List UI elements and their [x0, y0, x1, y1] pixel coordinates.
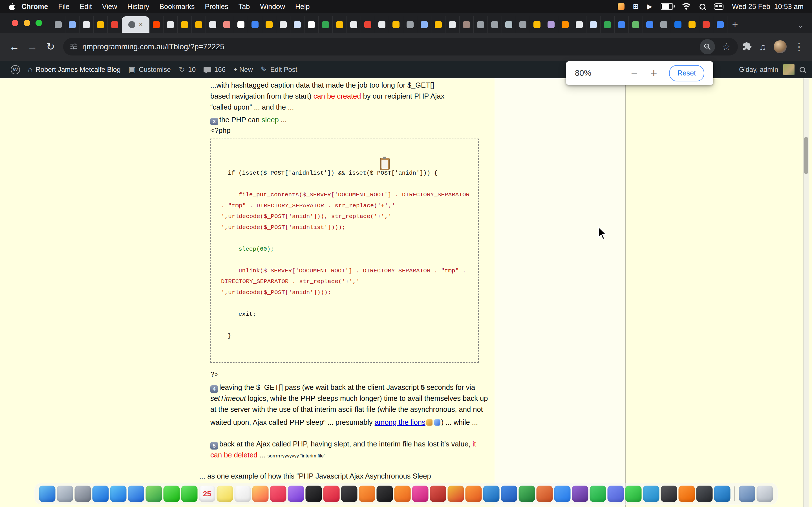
dock-docker-icon[interactable] [714, 486, 730, 502]
zoom-in-button[interactable]: + [649, 67, 659, 79]
dock-photos-icon[interactable] [252, 486, 269, 502]
menu-item-view[interactable]: View [102, 3, 117, 11]
dock-powerpoint-icon[interactable] [537, 486, 553, 502]
menu-item-window[interactable]: Window [260, 3, 285, 11]
dock-filezilla-icon[interactable] [430, 486, 446, 502]
browser-tab[interactable] [248, 16, 262, 33]
menu-item-profiles[interactable]: Profiles [205, 3, 228, 11]
reload-button[interactable]: ↻ [42, 39, 59, 55]
dock-word-icon[interactable] [501, 486, 517, 502]
browser-tab[interactable] [530, 16, 544, 33]
dock-music-icon[interactable] [270, 486, 287, 502]
browser-tab[interactable] [502, 16, 516, 33]
admin-avatar[interactable] [783, 64, 795, 75]
browser-tab[interactable] [80, 16, 94, 33]
url-text[interactable]: rjmprogramming.com.au/ITblog/?p=72225 [82, 43, 695, 51]
browser-tab[interactable] [333, 16, 347, 33]
dock-facetime-icon[interactable] [181, 486, 198, 502]
dock-vlc-icon[interactable] [679, 486, 695, 502]
play-icon[interactable]: ▶ [647, 3, 652, 10]
dock-app-store-icon[interactable] [93, 486, 109, 502]
admin-bar-comments[interactable]: 166 [200, 61, 230, 78]
browser-tab[interactable] [601, 16, 615, 33]
browser-tab[interactable] [572, 16, 587, 33]
browser-tab[interactable] [671, 16, 685, 33]
menu-item-edit[interactable]: Edit [80, 3, 92, 11]
dock-news-icon[interactable] [323, 486, 340, 502]
browser-tab[interactable] [516, 16, 530, 33]
media-controls-icon[interactable]: ♫ [759, 41, 767, 52]
browser-tab[interactable] [713, 16, 727, 33]
dock-books-icon[interactable] [359, 486, 375, 502]
browser-tab[interactable] [262, 16, 276, 33]
dock-launchpad-icon[interactable] [57, 486, 73, 502]
browser-tab[interactable] [657, 16, 671, 33]
admin-bar-customise[interactable]: ▣ Customise [124, 61, 175, 78]
dock-podcasts-icon[interactable] [288, 486, 304, 502]
dock-spotify-icon[interactable] [590, 486, 606, 502]
dock-tv-icon[interactable] [306, 486, 322, 502]
browser-tab[interactable] [65, 16, 80, 33]
bookmark-star-icon[interactable]: ☆ [719, 41, 733, 53]
browser-tab[interactable] [305, 16, 319, 33]
scrollbar-thumb[interactable] [804, 137, 808, 174]
dock-firefox-icon[interactable] [465, 486, 482, 502]
dock-notes-icon[interactable] [217, 486, 233, 502]
dock-trash-icon[interactable] [757, 486, 773, 502]
apple-menu-icon[interactable] [8, 3, 15, 10]
admin-greeting[interactable]: G'day, admin [739, 66, 778, 73]
browser-tab[interactable] [488, 16, 502, 33]
dock-downloads-icon[interactable] [739, 486, 755, 502]
browser-tab[interactable] [558, 16, 572, 33]
browser-tab[interactable] [51, 16, 65, 33]
dock-maps-icon[interactable] [146, 486, 162, 502]
dock-calendar-icon[interactable]: 25 [199, 486, 215, 502]
dock-whatsapp-icon[interactable] [625, 486, 642, 502]
new-tab-button[interactable]: + [727, 16, 743, 33]
dock-chrome-icon[interactable] [448, 486, 464, 502]
dock-discord-icon[interactable] [608, 486, 624, 502]
dock-stocks-icon[interactable] [341, 486, 357, 502]
zoom-out-button[interactable]: − [629, 67, 639, 79]
dock-obs-icon[interactable] [661, 486, 677, 502]
browser-tab[interactable] [417, 16, 432, 33]
admin-search-icon[interactable] [800, 67, 805, 72]
dock-messages-icon[interactable] [163, 486, 180, 502]
tab-search-chevron-icon[interactable]: ⌄ [797, 21, 804, 29]
dock-system-settings-icon[interactable] [75, 486, 91, 502]
browser-tab[interactable] [163, 16, 177, 33]
browser-tab[interactable] [347, 16, 361, 33]
browser-tab[interactable] [234, 16, 248, 33]
menu-clock[interactable]: Wed 25 Feb 10:53 am [732, 3, 804, 11]
browser-tab[interactable] [177, 16, 192, 33]
close-tab-icon[interactable]: × [139, 21, 143, 28]
dock-terminal-icon[interactable] [377, 486, 393, 502]
browser-tab[interactable] [685, 16, 699, 33]
menu-item-bookmarks[interactable]: Bookmarks [159, 3, 195, 11]
browser-tab[interactable] [460, 16, 474, 33]
browser-tab[interactable] [446, 16, 460, 33]
browser-tab[interactable] [389, 16, 403, 33]
browser-tab[interactable] [699, 16, 713, 33]
menu-item-help[interactable]: Help [295, 3, 310, 11]
browser-tab[interactable] [276, 16, 290, 33]
dock-mail-icon[interactable] [128, 486, 144, 502]
control-center-icon[interactable] [714, 3, 723, 10]
admin-bar-edit-post[interactable]: ✎ Edit Post [257, 61, 301, 78]
browser-tab[interactable] [361, 16, 375, 33]
dock-finder-icon[interactable] [39, 486, 56, 502]
browser-tab[interactable] [206, 16, 220, 33]
browser-tab[interactable] [375, 16, 389, 33]
address-bar[interactable]: rjmprogramming.com.au/ITblog/?p=72225 ☆ [63, 38, 738, 55]
browser-tab[interactable] [629, 16, 643, 33]
zoom-reset-button[interactable]: Reset [669, 65, 704, 81]
browser-tab[interactable] [319, 16, 333, 33]
among-the-lions-link[interactable]: among the lions [375, 418, 425, 426]
dock-slack-icon[interactable] [572, 486, 589, 502]
menu-app-name[interactable]: Chrome [21, 3, 48, 11]
browser-tab[interactable] [149, 16, 163, 33]
dock-excel-icon[interactable] [519, 486, 535, 502]
dock-reminders-icon[interactable] [235, 486, 251, 502]
browser-tab[interactable] [403, 16, 417, 33]
dock-telegram-icon[interactable] [643, 486, 659, 502]
